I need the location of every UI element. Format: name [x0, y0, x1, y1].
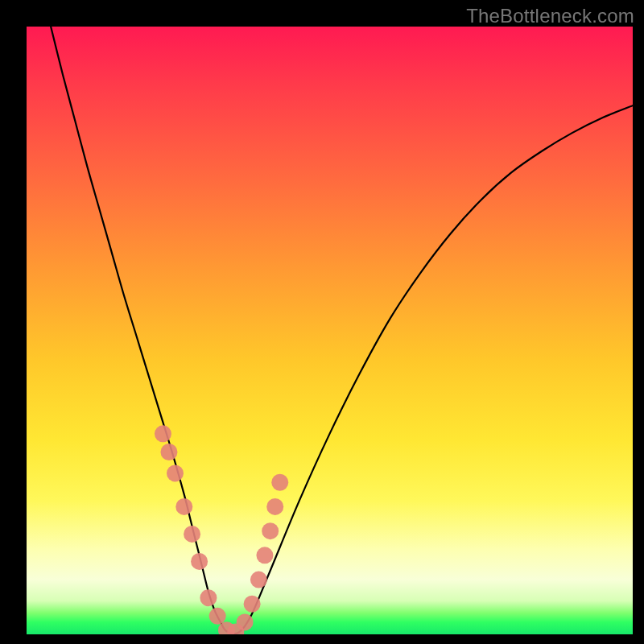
- highlight-dot: [155, 425, 171, 442]
- highlight-dot: [191, 553, 208, 570]
- highlight-dot: [184, 526, 200, 543]
- chart-frame: TheBottleneck.com: [0, 0, 644, 644]
- highlight-dot: [256, 547, 273, 564]
- highlight-dots: [155, 425, 288, 634]
- highlight-dot: [175, 498, 192, 515]
- watermark-text: TheBottleneck.com: [466, 5, 634, 27]
- highlight-dot: [244, 596, 261, 613]
- highlight-dot: [271, 474, 288, 491]
- highlight-dot: [200, 589, 217, 606]
- highlight-dot: [160, 444, 177, 460]
- highlight-dot: [250, 572, 267, 588]
- highlight-dot: [209, 608, 226, 625]
- curve-line: [51, 27, 633, 634]
- highlight-dot: [167, 464, 184, 481]
- highlight-dot: [237, 613, 254, 630]
- plot-area: [27, 27, 633, 634]
- chart-svg: [27, 27, 633, 634]
- bottleneck-curve: [51, 27, 633, 634]
- highlight-dot: [262, 522, 279, 539]
- highlight-dot: [266, 498, 283, 515]
